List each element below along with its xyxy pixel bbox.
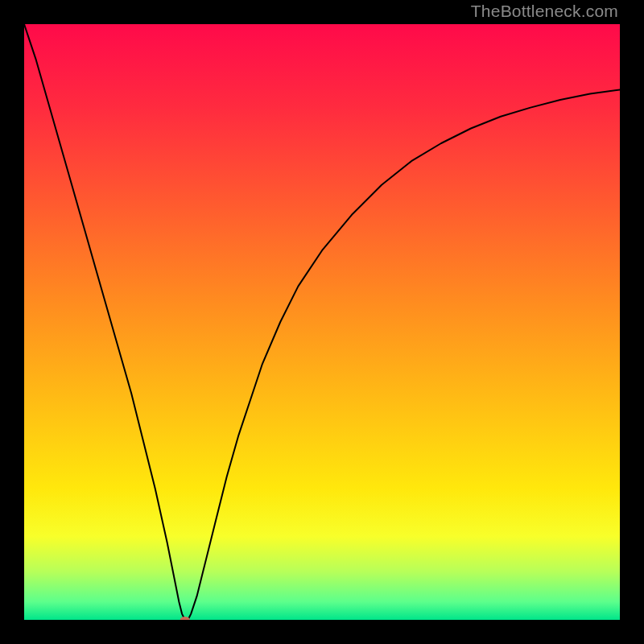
minimum-marker: [180, 617, 190, 620]
watermark-text: TheBottleneck.com: [471, 2, 618, 21]
curve-layer: [24, 24, 620, 620]
chart-frame: TheBottleneck.com: [0, 0, 644, 644]
plot-area: [24, 24, 620, 620]
bottleneck-curve: [24, 24, 620, 620]
